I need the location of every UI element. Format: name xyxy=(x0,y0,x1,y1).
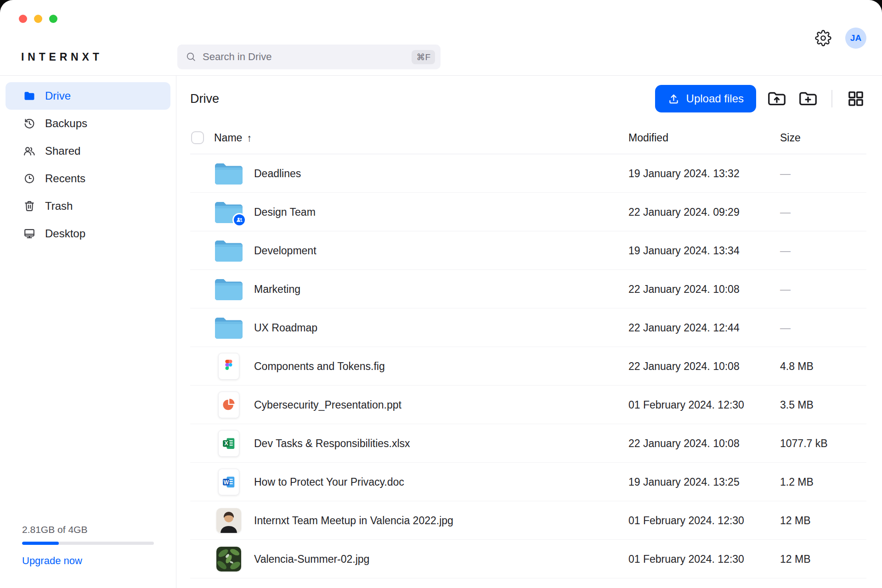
upload-folder-button[interactable] xyxy=(766,88,787,109)
search-icon xyxy=(186,51,197,62)
column-header-size[interactable]: Size xyxy=(780,132,801,144)
table-row[interactable]: UX Roadmap 22 January 2024. 12:44 — xyxy=(190,308,866,347)
table-row[interactable]: X Dev Tasks & Responsibilities.xlsx 22 J… xyxy=(190,424,866,463)
file-size: — xyxy=(780,321,791,334)
search-bar: ⌘F xyxy=(177,45,441,69)
storage-usage-text: 2.81GB of 4GB xyxy=(22,524,154,535)
sidebar-item-shared[interactable]: Shared xyxy=(6,137,170,165)
file-name: Components and Tokens.fig xyxy=(254,360,385,372)
figma-icon xyxy=(223,358,235,375)
history-icon xyxy=(23,117,36,130)
word-icon: W xyxy=(221,475,236,489)
sidebar-item-trash[interactable]: Trash xyxy=(6,192,170,220)
file-modified-date: 22 January 2024. 10:08 xyxy=(628,283,740,295)
sidebar-item-label: Recents xyxy=(45,172,85,185)
table-row[interactable]: Components and Tokens.fig 22 January 202… xyxy=(190,347,866,386)
user-avatar[interactable]: JA xyxy=(845,28,866,49)
table-row[interactable]: Design Team 22 January 2024. 09:29 — xyxy=(190,193,866,231)
table-row[interactable]: Development 19 January 2024. 13:34 — xyxy=(190,231,866,270)
file-name: Deadlines xyxy=(254,167,301,179)
file-modified-date: 01 February 2024. 12:30 xyxy=(628,553,744,565)
grid-view-icon xyxy=(847,90,865,108)
file-size: 1077.7 kB xyxy=(780,437,828,449)
history-icon xyxy=(23,117,36,130)
sidebar-item-recents[interactable]: Recents xyxy=(6,165,170,192)
table-row[interactable]: Valencia-Summer-02.jpg 01 February 2024.… xyxy=(190,540,866,578)
file-name: Design Team xyxy=(254,206,316,218)
select-all-checkbox[interactable] xyxy=(191,131,204,144)
file-name: Marketing xyxy=(254,283,300,295)
file-size: — xyxy=(780,206,791,218)
folder-icon xyxy=(214,277,243,301)
upgrade-now-link[interactable]: Upgrade now xyxy=(22,555,82,567)
file-name: UX Roadmap xyxy=(254,321,317,334)
file-modified-date: 19 January 2024. 13:32 xyxy=(628,167,740,179)
toolbar: Drive Upload files xyxy=(176,76,882,122)
minimize-window-button[interactable] xyxy=(34,15,42,23)
file-size: 12 MB xyxy=(780,553,810,565)
photo-leaves-thumbnail xyxy=(216,547,241,571)
new-folder-button[interactable] xyxy=(797,88,819,109)
people-icon xyxy=(23,145,36,157)
sidebar-item-label: Drive xyxy=(45,90,71,102)
grid-view-button[interactable] xyxy=(845,88,866,109)
sidebar-nav: Drive Backups Shared Recents Trash Deskt… xyxy=(6,82,170,247)
top-bar: INTERNXT ⌘F JA xyxy=(0,0,882,76)
search-input[interactable] xyxy=(203,51,412,63)
folder-icon xyxy=(214,316,243,340)
folder-icon xyxy=(214,239,243,263)
drive-folder-icon xyxy=(23,90,36,102)
svg-text:X: X xyxy=(224,440,228,447)
file-modified-date: 22 January 2024. 10:08 xyxy=(628,360,740,372)
page-title: Drive xyxy=(190,92,219,106)
excel-icon: X xyxy=(218,430,239,457)
table-row[interactable]: Cybersecurity_Presentation.ppt 01 Februa… xyxy=(190,386,866,424)
file-table-body: Deadlines 19 January 2024. 13:32 — Desig… xyxy=(190,154,866,578)
shared-badge xyxy=(232,213,246,227)
sidebar-item-label: Trash xyxy=(45,200,73,213)
file-modified-date: 22 January 2024. 10:08 xyxy=(628,437,740,449)
photo-leaves-thumbnail xyxy=(216,547,241,571)
sidebar-item-backups[interactable]: Backups xyxy=(6,110,170,137)
upload-icon xyxy=(667,93,680,105)
toolbar-actions: Upload files xyxy=(655,85,866,112)
column-header-modified[interactable]: Modified xyxy=(628,132,668,144)
sidebar-item-drive[interactable]: Drive xyxy=(6,82,170,110)
close-window-button[interactable] xyxy=(19,15,27,23)
app-body: Drive Backups Shared Recents Trash Deskt… xyxy=(0,76,882,588)
table-row[interactable]: Internxt Team Meetup in Valencia 2022.jp… xyxy=(190,501,866,540)
file-size: — xyxy=(780,283,791,295)
photo-portrait-thumbnail xyxy=(216,508,241,533)
file-name: Dev Tasks & Responsibilities.xlsx xyxy=(254,437,410,449)
file-size: 12 MB xyxy=(780,514,810,526)
settings-button[interactable] xyxy=(815,30,831,46)
clock-icon xyxy=(23,172,36,185)
internxt-logo: INTERNXT xyxy=(21,51,103,63)
table-row[interactable]: Marketing 22 January 2024. 10:08 — xyxy=(190,270,866,308)
folder-upload-icon xyxy=(766,88,787,109)
file-size: 4.8 MB xyxy=(780,360,814,372)
file-modified-date: 19 January 2024. 13:25 xyxy=(628,476,740,488)
table-row[interactable]: W How to Protect Your Privacy.doc 19 Jan… xyxy=(190,463,866,501)
file-size: — xyxy=(780,167,791,179)
file-modified-date: 22 January 2024. 12:44 xyxy=(628,321,740,334)
file-table: Name ↑ Modified Size Deadlines 19 Januar… xyxy=(190,122,866,578)
column-header-name[interactable]: Name ↑ xyxy=(214,132,252,144)
file-size: — xyxy=(780,244,791,257)
figma-icon xyxy=(218,353,239,380)
sidebar-item-desktop[interactable]: Desktop xyxy=(6,220,170,247)
window-controls xyxy=(19,15,57,23)
storage-progress-fill xyxy=(22,542,59,545)
file-name: Development xyxy=(254,244,317,257)
powerpoint-icon xyxy=(221,398,236,412)
word-icon: W xyxy=(218,469,239,495)
zoom-window-button[interactable] xyxy=(49,15,57,23)
desktop-icon xyxy=(23,227,36,240)
powerpoint-icon xyxy=(218,392,239,418)
table-row[interactable]: Deadlines 19 January 2024. 13:32 — xyxy=(190,154,866,193)
sidebar-item-label: Shared xyxy=(45,145,80,157)
photo-portrait-thumbnail xyxy=(216,508,241,533)
upload-files-button[interactable]: Upload files xyxy=(655,85,756,112)
trash-icon xyxy=(23,200,36,213)
top-right-actions: JA xyxy=(815,0,866,76)
